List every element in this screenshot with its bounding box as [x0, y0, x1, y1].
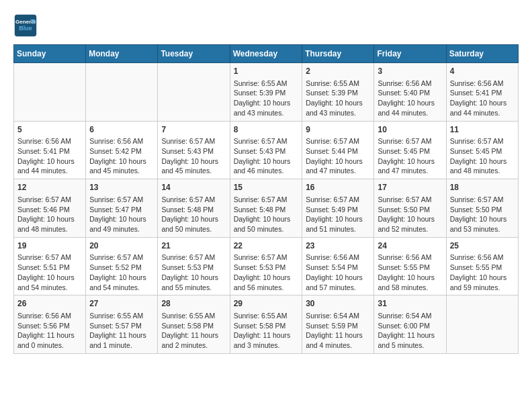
calendar-cell: 27Sunrise: 6:55 AMSunset: 5:57 PMDayligh…: [86, 295, 158, 354]
day-info: Sunrise: 6:54 AMSunset: 5:59 PMDaylight:…: [306, 311, 370, 351]
day-number: 11: [450, 124, 515, 136]
day-number: 18: [450, 182, 515, 193]
day-number: 29: [234, 298, 299, 310]
calendar-cell: 19Sunrise: 6:57 AMSunset: 5:51 PMDayligh…: [14, 237, 86, 295]
header-wednesday: Wednesday: [230, 45, 302, 63]
day-info: Sunrise: 6:57 AMSunset: 5:48 PMDaylight:…: [234, 195, 299, 234]
logo-icon: General Blue: [13, 13, 38, 38]
calendar-cell: [446, 295, 518, 354]
day-info: Sunrise: 6:57 AMSunset: 5:48 PMDaylight:…: [161, 195, 226, 234]
calendar-cell: 15Sunrise: 6:57 AMSunset: 5:48 PMDayligh…: [230, 179, 302, 238]
calendar-cell: 29Sunrise: 6:55 AMSunset: 5:58 PMDayligh…: [230, 295, 302, 354]
day-number: 22: [234, 240, 299, 252]
day-info: Sunrise: 6:57 AMSunset: 5:49 PMDaylight:…: [306, 195, 370, 234]
day-info: Sunrise: 6:55 AMSunset: 5:58 PMDaylight:…: [161, 311, 226, 351]
day-info: Sunrise: 6:56 AMSunset: 5:41 PMDaylight:…: [17, 136, 82, 176]
day-info: Sunrise: 6:57 AMSunset: 5:46 PMDaylight:…: [17, 195, 82, 234]
day-info: Sunrise: 6:55 AMSunset: 5:39 PMDaylight:…: [234, 79, 299, 118]
day-info: Sunrise: 6:57 AMSunset: 5:44 PMDaylight:…: [306, 136, 370, 176]
day-number: 27: [89, 298, 154, 310]
week-row-4: 19Sunrise: 6:57 AMSunset: 5:51 PMDayligh…: [14, 237, 519, 295]
day-info: Sunrise: 6:57 AMSunset: 5:51 PMDaylight:…: [17, 253, 82, 292]
day-info: Sunrise: 6:56 AMSunset: 5:56 PMDaylight:…: [17, 311, 82, 351]
calendar-cell: [158, 63, 230, 122]
calendar-table: SundayMondayTuesdayWednesdayThursdayFrid…: [13, 44, 519, 354]
day-info: Sunrise: 6:55 AMSunset: 5:57 PMDaylight:…: [89, 311, 154, 351]
calendar-cell: 2Sunrise: 6:55 AMSunset: 5:39 PMDaylight…: [302, 63, 374, 122]
calendar-cell: 25Sunrise: 6:56 AMSunset: 5:55 PMDayligh…: [446, 237, 518, 295]
calendar-cell: 9Sunrise: 6:57 AMSunset: 5:44 PMDaylight…: [302, 121, 374, 179]
day-info: Sunrise: 6:57 AMSunset: 5:53 PMDaylight:…: [161, 253, 226, 292]
day-info: Sunrise: 6:57 AMSunset: 5:43 PMDaylight:…: [161, 136, 226, 176]
day-number: 31: [378, 298, 442, 310]
day-info: Sunrise: 6:56 AMSunset: 5:54 PMDaylight:…: [306, 253, 370, 292]
calendar-cell: 17Sunrise: 6:57 AMSunset: 5:50 PMDayligh…: [374, 179, 446, 238]
day-number: 8: [234, 124, 299, 136]
day-number: 10: [378, 124, 442, 136]
day-info: Sunrise: 6:57 AMSunset: 5:45 PMDaylight:…: [450, 136, 515, 176]
day-number: 7: [161, 124, 226, 136]
day-info: Sunrise: 6:57 AMSunset: 5:53 PMDaylight:…: [234, 253, 299, 292]
calendar-header-row: SundayMondayTuesdayWednesdayThursdayFrid…: [14, 45, 519, 63]
logo: General Blue: [13, 13, 40, 38]
day-info: Sunrise: 6:57 AMSunset: 5:45 PMDaylight:…: [378, 136, 442, 176]
week-row-1: 1Sunrise: 6:55 AMSunset: 5:39 PMDaylight…: [14, 63, 519, 122]
calendar-cell: 6Sunrise: 6:56 AMSunset: 5:42 PMDaylight…: [86, 121, 158, 179]
calendar-cell: 31Sunrise: 6:54 AMSunset: 6:00 PMDayligh…: [374, 295, 446, 354]
day-info: Sunrise: 6:56 AMSunset: 5:40 PMDaylight:…: [378, 79, 442, 118]
calendar-cell: 22Sunrise: 6:57 AMSunset: 5:53 PMDayligh…: [230, 237, 302, 295]
calendar-cell: [14, 63, 86, 122]
day-info: Sunrise: 6:54 AMSunset: 6:00 PMDaylight:…: [378, 311, 442, 351]
week-row-2: 5Sunrise: 6:56 AMSunset: 5:41 PMDaylight…: [14, 121, 519, 179]
day-number: 15: [234, 182, 299, 193]
week-row-5: 26Sunrise: 6:56 AMSunset: 5:56 PMDayligh…: [14, 295, 519, 354]
calendar-cell: 8Sunrise: 6:57 AMSunset: 5:43 PMDaylight…: [230, 121, 302, 179]
day-number: 4: [450, 66, 515, 77]
calendar-cell: 23Sunrise: 6:56 AMSunset: 5:54 PMDayligh…: [302, 237, 374, 295]
calendar-cell: 26Sunrise: 6:56 AMSunset: 5:56 PMDayligh…: [14, 295, 86, 354]
day-info: Sunrise: 6:56 AMSunset: 5:55 PMDaylight:…: [450, 253, 515, 292]
day-number: 25: [450, 240, 515, 252]
day-info: Sunrise: 6:57 AMSunset: 5:43 PMDaylight:…: [234, 136, 299, 176]
day-number: 2: [306, 66, 370, 77]
day-number: 26: [17, 298, 82, 310]
calendar-cell: 20Sunrise: 6:57 AMSunset: 5:52 PMDayligh…: [86, 237, 158, 295]
day-info: Sunrise: 6:56 AMSunset: 5:42 PMDaylight:…: [89, 136, 154, 176]
calendar-cell: 4Sunrise: 6:56 AMSunset: 5:41 PMDaylight…: [446, 63, 518, 122]
calendar-cell: 5Sunrise: 6:56 AMSunset: 5:41 PMDaylight…: [14, 121, 86, 179]
header-monday: Monday: [86, 45, 158, 63]
header-thursday: Thursday: [302, 45, 374, 63]
header-sunday: Sunday: [14, 45, 86, 63]
calendar-cell: 14Sunrise: 6:57 AMSunset: 5:48 PMDayligh…: [158, 179, 230, 238]
header-saturday: Saturday: [446, 45, 518, 63]
day-info: Sunrise: 6:56 AMSunset: 5:55 PMDaylight:…: [378, 253, 442, 292]
calendar-cell: 24Sunrise: 6:56 AMSunset: 5:55 PMDayligh…: [374, 237, 446, 295]
svg-text:Blue: Blue: [19, 25, 32, 32]
day-number: 28: [161, 298, 226, 310]
day-number: 24: [378, 240, 442, 252]
calendar-cell: 1Sunrise: 6:55 AMSunset: 5:39 PMDaylight…: [230, 63, 302, 122]
day-number: 6: [89, 124, 154, 136]
day-number: 3: [378, 66, 442, 77]
calendar-cell: 3Sunrise: 6:56 AMSunset: 5:40 PMDaylight…: [374, 63, 446, 122]
header-friday: Friday: [374, 45, 446, 63]
day-number: 23: [306, 240, 370, 252]
day-number: 19: [17, 240, 82, 252]
day-number: 1: [234, 66, 299, 77]
calendar-cell: 11Sunrise: 6:57 AMSunset: 5:45 PMDayligh…: [446, 121, 518, 179]
week-row-3: 12Sunrise: 6:57 AMSunset: 5:46 PMDayligh…: [14, 179, 519, 238]
day-info: Sunrise: 6:57 AMSunset: 5:47 PMDaylight:…: [89, 195, 154, 234]
day-number: 9: [306, 124, 370, 136]
day-info: Sunrise: 6:55 AMSunset: 5:39 PMDaylight:…: [306, 79, 370, 118]
calendar-cell: 28Sunrise: 6:55 AMSunset: 5:58 PMDayligh…: [158, 295, 230, 354]
day-number: 13: [89, 182, 154, 193]
day-number: 5: [17, 124, 82, 136]
page-header: General Blue: [13, 13, 519, 38]
day-number: 16: [306, 182, 370, 193]
calendar-cell: 16Sunrise: 6:57 AMSunset: 5:49 PMDayligh…: [302, 179, 374, 238]
day-info: Sunrise: 6:57 AMSunset: 5:50 PMDaylight:…: [450, 195, 515, 234]
day-info: Sunrise: 6:56 AMSunset: 5:41 PMDaylight:…: [450, 79, 515, 118]
calendar-cell: 10Sunrise: 6:57 AMSunset: 5:45 PMDayligh…: [374, 121, 446, 179]
calendar-cell: 21Sunrise: 6:57 AMSunset: 5:53 PMDayligh…: [158, 237, 230, 295]
day-info: Sunrise: 6:57 AMSunset: 5:50 PMDaylight:…: [378, 195, 442, 234]
